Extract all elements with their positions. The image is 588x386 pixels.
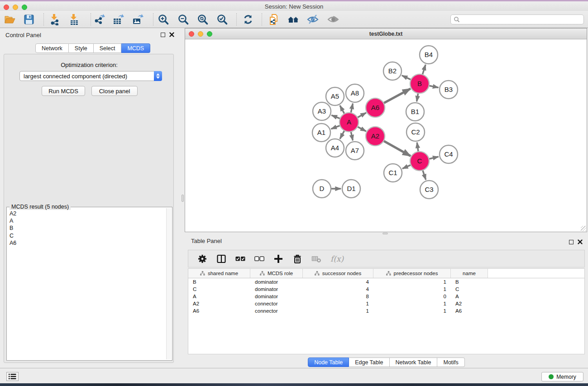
result-item[interactable]: B xyxy=(8,224,166,232)
mcds-result-title: MCDS result (5 nodes) xyxy=(10,204,71,210)
network-title: testGlobe.txt xyxy=(185,31,587,37)
graph-edge-A-A5[interactable] xyxy=(340,105,344,114)
graph-edge-B-B2[interactable] xyxy=(402,76,411,80)
zoom-in-icon[interactable] xyxy=(158,14,169,25)
hide-graphics-details-icon[interactable] xyxy=(307,14,319,25)
function-builder-icon[interactable]: f(x) xyxy=(330,254,344,263)
graph-edge-B-B4[interactable] xyxy=(422,65,425,75)
tab-network-table[interactable]: Network Table xyxy=(390,357,438,367)
tab-node-table[interactable]: Node Table xyxy=(308,357,349,367)
run-mcds-button[interactable]: Run MCDS xyxy=(42,86,85,96)
result-item[interactable]: A2 xyxy=(8,210,166,217)
delete-icon[interactable] xyxy=(292,254,302,264)
graph-node-label: C3 xyxy=(425,186,433,193)
table-settings-gear-icon[interactable] xyxy=(197,254,207,264)
graph-edge-A-A4[interactable] xyxy=(340,130,344,138)
column-header-predecessor-nodes[interactable]: predecessor nodes xyxy=(373,269,451,278)
result-item[interactable]: C xyxy=(8,232,166,239)
tab-mcds[interactable]: MCDS xyxy=(121,43,150,53)
graph-edge-C-C3[interactable] xyxy=(423,170,426,180)
graph-edge-A-A7[interactable] xyxy=(351,132,353,141)
show-columns-icon[interactable] xyxy=(216,254,226,264)
import-network-icon[interactable] xyxy=(49,14,61,25)
table-row[interactable]: A6connector11A6 xyxy=(188,307,584,315)
criterion-select[interactable]: largest connected component (directed) xyxy=(19,71,162,81)
add-row-icon[interactable] xyxy=(273,254,283,264)
tab-select[interactable]: Select xyxy=(94,43,122,53)
import-table-icon[interactable] xyxy=(68,14,80,25)
graph-edge-A-A6[interactable] xyxy=(357,113,366,118)
zoom-selected-icon[interactable] xyxy=(216,14,228,25)
horizontal-splitter-handle[interactable] xyxy=(382,233,388,234)
graph-edge-C-C1[interactable] xyxy=(402,165,411,168)
first-neighbors-icon[interactable] xyxy=(287,14,299,25)
column-label: name xyxy=(463,271,476,276)
cell-name: A xyxy=(451,294,488,299)
column-header-name[interactable]: name xyxy=(451,269,488,278)
toolbar-separator xyxy=(262,13,262,26)
copy-network-icon[interactable] xyxy=(268,14,280,25)
float-table-panel-icon[interactable] xyxy=(569,240,574,244)
resize-handle[interactable] xyxy=(581,226,586,231)
save-session-icon[interactable] xyxy=(23,14,35,25)
graph-edge-A-A3[interactable] xyxy=(331,115,340,119)
cell-shared-name: B xyxy=(188,279,250,285)
refresh-view-icon[interactable] xyxy=(242,14,254,25)
column-label: MCDS role xyxy=(268,271,293,276)
zoom-out-icon[interactable] xyxy=(177,14,189,25)
search-field[interactable] xyxy=(450,14,584,24)
column-type-icon xyxy=(386,271,391,276)
graph-edge-A-A2[interactable] xyxy=(358,127,366,131)
graph-edge-B-B1[interactable] xyxy=(417,93,418,102)
graph-edge-C-C4[interactable] xyxy=(429,157,438,159)
graph-edge-A6-B[interactable] xyxy=(383,89,410,103)
deselect-all-icon[interactable] xyxy=(254,254,264,264)
column-header-shared-name[interactable]: shared name xyxy=(188,269,250,278)
result-scrollbar[interactable] xyxy=(166,208,171,359)
search-input[interactable] xyxy=(462,15,583,24)
cell-MCDS-role: dominator xyxy=(250,294,303,299)
graph-node-label: A6 xyxy=(371,104,379,111)
graph-edge-A-A8[interactable] xyxy=(351,104,353,113)
table-row[interactable]: Cdominator41C xyxy=(188,286,584,293)
task-history-button[interactable] xyxy=(6,372,19,381)
open-file-icon[interactable] xyxy=(4,14,16,25)
table-row[interactable]: A2connector11A2 xyxy=(188,300,584,307)
graph-node-label: C4 xyxy=(444,150,453,158)
tab-motifs[interactable]: Motifs xyxy=(437,357,464,367)
select-all-icon[interactable] xyxy=(235,254,245,264)
show-graphics-details-icon[interactable] xyxy=(327,14,339,25)
float-panel-icon[interactable] xyxy=(161,33,165,37)
graph-edge-B-B3[interactable] xyxy=(429,86,439,87)
network-window-titlebar[interactable]: testGlobe.txt xyxy=(185,29,587,39)
tab-style[interactable]: Style xyxy=(69,43,94,53)
cell-MCDS-role: dominator xyxy=(250,279,303,285)
column-header-MCDS-role[interactable]: MCDS role xyxy=(250,269,303,278)
close-panel-button[interactable]: Close panel xyxy=(91,86,138,96)
network-canvas[interactable]: B4B2BB3A8A5A6A3B1AC2A1A2A4A7C4CC1C3DD1 xyxy=(185,39,587,232)
graph-edge-A2-C[interactable] xyxy=(383,141,411,156)
desktop-edge-strip xyxy=(0,383,588,386)
mcds-result-list: A2ABCA6 xyxy=(8,210,166,359)
column-header-successor-nodes[interactable]: successor nodes xyxy=(303,269,373,278)
graph-node-label: B1 xyxy=(411,108,419,115)
tab-edge-table[interactable]: Edge Table xyxy=(349,357,389,367)
close-table-panel-icon[interactable] xyxy=(578,239,583,244)
tab-network[interactable]: Network xyxy=(35,43,69,53)
table-row[interactable]: Adominator80A xyxy=(188,293,584,300)
criterion-value: largest connected component (directed) xyxy=(20,73,154,80)
close-panel-icon[interactable] xyxy=(169,32,174,37)
export-image-icon[interactable] xyxy=(132,14,143,25)
delete-table-icon[interactable] xyxy=(311,254,321,264)
table-row[interactable]: Bdominator41B xyxy=(188,278,584,286)
zoom-fit-icon[interactable] xyxy=(197,14,209,25)
graph-node-label: A xyxy=(347,118,351,126)
export-table-icon[interactable] xyxy=(112,14,124,25)
graph-edge-C-C2[interactable] xyxy=(417,143,418,152)
export-network-icon[interactable] xyxy=(93,14,105,25)
result-item[interactable]: A6 xyxy=(8,239,166,247)
graph-edge-A-A1[interactable] xyxy=(331,125,340,129)
memory-button[interactable]: Memory xyxy=(541,372,583,381)
result-item[interactable]: A xyxy=(8,217,166,224)
vertical-splitter-handle[interactable] xyxy=(182,195,184,202)
